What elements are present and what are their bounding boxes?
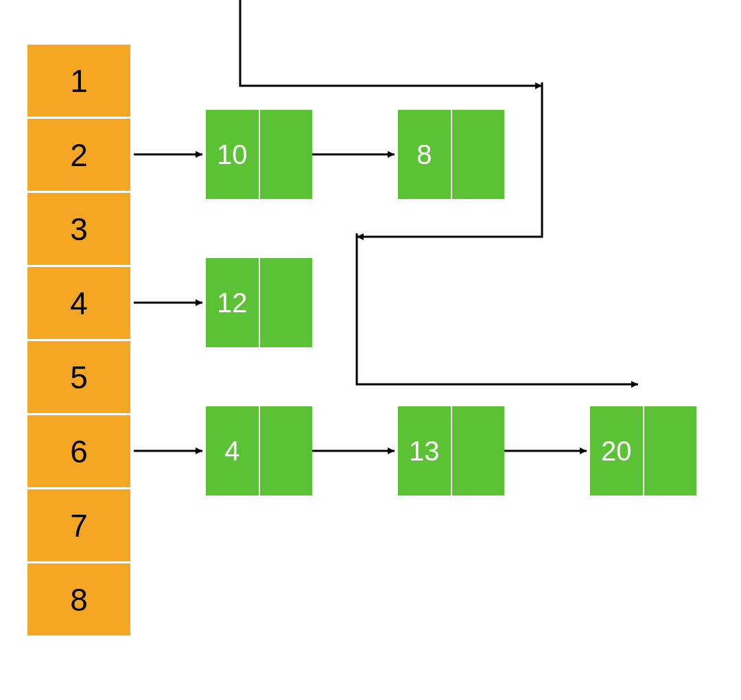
arrow-icon: [240, 0, 542, 86]
bucket-label: 2: [70, 137, 88, 174]
list-node: 13: [398, 406, 504, 495]
list-node: 10: [206, 110, 312, 199]
bucket-label: 8: [70, 581, 88, 618]
bucket-label: 6: [70, 433, 88, 470]
bucket-8: 8: [27, 563, 130, 635]
list-node: 20: [590, 406, 696, 495]
node-value: 10: [206, 110, 260, 199]
bucket-label: 3: [70, 211, 88, 248]
node-value: 8: [398, 110, 452, 199]
node-pointer: [260, 258, 313, 347]
arrow-icon: [357, 233, 638, 384]
bucket-6: 6: [27, 415, 130, 487]
node-value: 12: [206, 258, 260, 347]
list-node: 8: [398, 110, 504, 199]
bucket-4: 4: [27, 267, 130, 339]
bucket-label: 1: [70, 62, 88, 100]
node-pointer: [260, 110, 313, 199]
bucket-7: 7: [27, 489, 130, 561]
bucket-label: 7: [70, 507, 88, 544]
bucket-2: 2: [27, 119, 130, 191]
bucket-1: 1: [27, 45, 130, 117]
bucket-3: 3: [27, 193, 130, 265]
node-pointer: [260, 406, 313, 495]
node-value: 13: [398, 406, 452, 495]
node-pointer: [452, 110, 505, 199]
bucket-label: 5: [70, 359, 88, 396]
node-value: 4: [206, 406, 260, 495]
list-node: 4: [206, 406, 312, 495]
node-value: 20: [590, 406, 644, 495]
bucket-label: 4: [70, 285, 88, 322]
node-pointer: [452, 406, 505, 495]
list-node: 12: [206, 258, 312, 347]
bucket-5: 5: [27, 341, 130, 413]
node-pointer: [644, 406, 697, 495]
